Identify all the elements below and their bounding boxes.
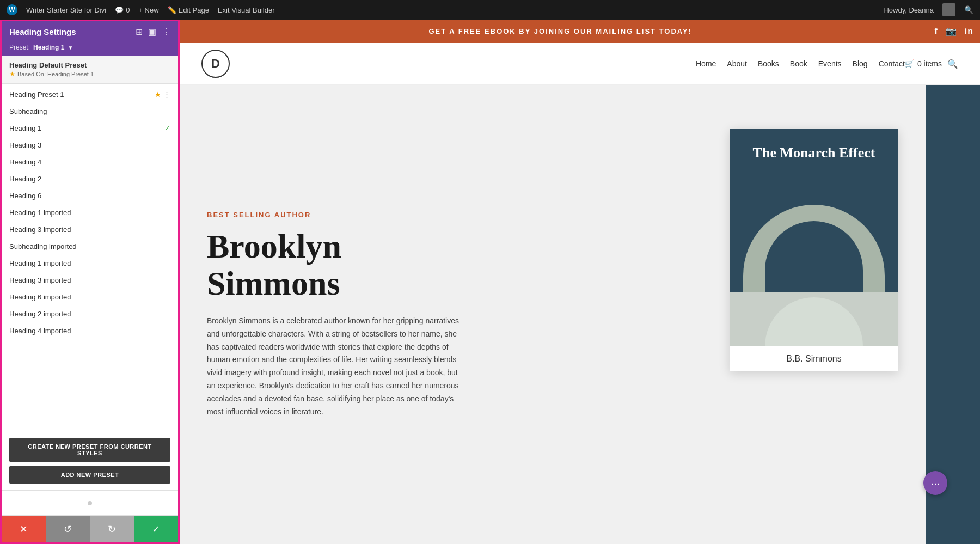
preset-label: Preset: [9, 44, 30, 51]
preset-dots-icon[interactable]: ⋮ [163, 90, 170, 99]
panel-header-icons: ⊞ ▣ ⋮ [136, 27, 170, 37]
add-preset-button[interactable]: ADD NEW PRESET [9, 466, 170, 484]
author-section: BEST SELLING AUTHOR Brooklyn Simmons Bro… [207, 118, 708, 511]
preset-item-left: Heading 3 imported [9, 276, 71, 284]
preset-item-label: Heading 4 [9, 158, 41, 166]
cancel-button[interactable]: ✕ [2, 516, 46, 542]
layout-icon[interactable]: ▣ [148, 27, 156, 37]
nav-link-blog[interactable]: Blog [853, 59, 868, 68]
nav-link-contact[interactable]: Contact [879, 59, 905, 68]
preset-list-item[interactable]: Heading 1 imported [2, 204, 178, 221]
preset-item-label: Heading 3 imported [9, 276, 71, 284]
linkedin-icon[interactable]: in [965, 27, 973, 36]
preset-item-right: ★⋮ [155, 90, 170, 99]
preset-item-left: Subheading [9, 107, 47, 115]
panel-title: Heading Settings [9, 27, 76, 36]
bottom-dot [88, 501, 92, 505]
heading-settings-panel: Heading Settings ⊞ ▣ ⋮ Preset: Heading 1… [0, 20, 180, 544]
user-label: Howdy, Deanna [884, 6, 934, 14]
book-arch-art [730, 194, 898, 292]
avatar [942, 3, 955, 16]
admin-bar-right: Howdy, Deanna 🔍 [884, 3, 973, 16]
book-cover: The Monarch Effect [730, 129, 898, 292]
preset-item-label: Subheading [9, 107, 47, 115]
preset-list-item[interactable]: Heading 4 [2, 154, 178, 170]
preset-item-left: Heading 6 imported [9, 293, 71, 301]
facebook-icon[interactable]: f [934, 27, 938, 36]
preset-bar: Preset: Heading 1 ▼ [2, 42, 178, 56]
floating-options-button[interactable]: ··· [923, 471, 947, 495]
preset-item-left: Heading 3 [9, 141, 41, 149]
wp-admin-bar: W Writer Starter Site for Divi 💬 0 + New… [0, 0, 980, 20]
preset-item-left: Heading 4 [9, 158, 41, 166]
nav-link-home[interactable]: Home [696, 59, 716, 68]
nav-links: HomeAboutBooksBookEventsBlogContact [696, 59, 905, 68]
preset-item-right: ✓ [164, 124, 170, 132]
site-name-link[interactable]: Writer Starter Site for Divi [26, 6, 106, 14]
new-link[interactable]: + New [138, 6, 158, 14]
site-banner: GET A FREE EBOOK BY JOINING OUR MAILING … [180, 20, 980, 43]
action-bar: ✕ ↺ ↻ ✓ [2, 515, 178, 542]
panel-buttons: CREATE NEW PRESET FROM CURRENT STYLES AD… [2, 431, 178, 490]
site-content: BEST SELLING AUTHOR Brooklyn Simmons Bro… [180, 85, 980, 544]
banner-social-icons: f 📷 in [934, 26, 973, 36]
comments-link[interactable]: 💬 0 [115, 6, 130, 14]
preset-item-left: Heading 2 [9, 175, 41, 183]
nav-link-books[interactable]: Books [758, 59, 779, 68]
preset-item-label: Heading 1 imported [9, 209, 71, 217]
undo-button[interactable]: ↺ [46, 516, 90, 542]
preset-item-label: Heading 3 [9, 141, 41, 149]
admin-search-icon[interactable]: 🔍 [964, 5, 973, 14]
preset-list-item[interactable]: Heading 2 imported [2, 305, 178, 322]
preset-item-left: Heading 6 [9, 192, 41, 200]
preset-item-label: Heading 4 imported [9, 327, 71, 335]
preset-item-left: Heading Preset 1 [9, 90, 64, 99]
nav-cart[interactable]: 🛒 0 items [905, 59, 942, 68]
based-on-star-icon: ★ [9, 70, 15, 78]
responsive-icon[interactable]: ⊞ [136, 27, 143, 37]
nav-link-book[interactable]: Book [790, 59, 807, 68]
preset-list-item[interactable]: Heading 6 imported [2, 289, 178, 305]
preset-item-label: Heading 3 imported [9, 225, 71, 234]
author-bio: Brooklyn Simmons is a celebrated author … [207, 315, 468, 418]
preset-list-item[interactable]: Heading 1 imported [2, 255, 178, 272]
preset-item-left: Heading 1 imported [9, 259, 71, 267]
preset-list-item[interactable]: Heading 3 imported [2, 272, 178, 289]
preset-list-item[interactable]: Subheading [2, 103, 178, 120]
create-preset-button[interactable]: CREATE NEW PRESET FROM CURRENT STYLES [9, 438, 170, 462]
nav-link-about[interactable]: About [727, 59, 747, 68]
preset-check-icon: ✓ [164, 124, 170, 132]
preset-list-item[interactable]: Heading 3 [2, 137, 178, 154]
preset-list-item[interactable]: Heading 1✓ [2, 120, 178, 137]
default-preset-name: Heading Default Preset [9, 61, 170, 69]
more-options-icon[interactable]: ⋮ [162, 27, 170, 37]
nav-search-icon[interactable]: 🔍 [947, 59, 958, 69]
preset-list-item[interactable]: Heading 2 [2, 170, 178, 187]
nav-link-events[interactable]: Events [818, 59, 842, 68]
preset-list-item[interactable]: Heading 6 [2, 187, 178, 204]
wp-logo[interactable]: W [7, 4, 17, 15]
preset-item-left: Heading 1 imported [9, 209, 71, 217]
author-subtitle: BEST SELLING AUTHOR [207, 211, 708, 219]
wp-logo-icon: W [9, 6, 15, 14]
preset-name: Heading 1 [33, 44, 64, 51]
preset-item-label: Heading 6 imported [9, 293, 71, 301]
preset-list-item[interactable]: Heading 3 imported [2, 221, 178, 238]
preset-list-item[interactable]: Heading 4 imported [2, 322, 178, 339]
instagram-icon[interactable]: 📷 [946, 26, 957, 36]
exit-builder-link[interactable]: Exit Visual Builder [218, 6, 275, 14]
book-author-name: B.B. Simmons [737, 354, 891, 364]
preset-item-label: Heading 1 [9, 124, 41, 132]
edit-page-link[interactable]: ✏️ Edit Page [168, 6, 209, 14]
book-bottom: B.B. Simmons [730, 346, 898, 371]
redo-button[interactable]: ↻ [90, 516, 134, 542]
preset-list-item[interactable]: Subheading imported [2, 238, 178, 255]
cart-icon: 🛒 [905, 59, 914, 68]
preset-item-left: Heading 1 [9, 124, 41, 132]
preset-list-item[interactable]: Heading Preset 1★⋮ [2, 86, 178, 103]
preset-chevron-icon[interactable]: ▼ [68, 45, 73, 51]
preset-item-left: Heading 2 imported [9, 310, 71, 318]
site-nav: D HomeAboutBooksBookEventsBlogContact 🛒 … [180, 43, 980, 85]
preset-item-label: Heading 1 imported [9, 259, 71, 267]
save-button[interactable]: ✓ [134, 516, 178, 542]
